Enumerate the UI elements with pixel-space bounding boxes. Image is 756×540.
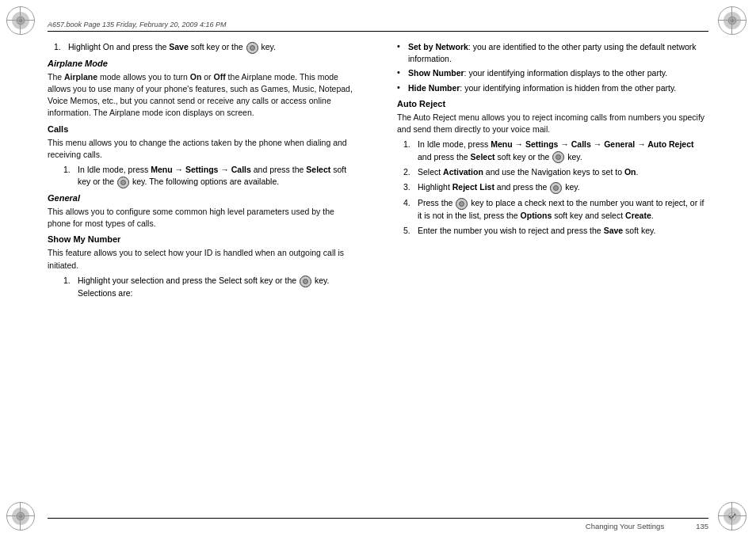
- auto-reject-step1: 1. In Idle mode, press Menu → Settings →…: [397, 139, 708, 163]
- auto-reject-step2: 2. Select Activation and use the Navigat…: [397, 166, 708, 178]
- auto-reject-title: Auto Reject: [397, 99, 708, 108]
- show-key-icon: [300, 276, 311, 287]
- ar-step4-text: Press the key to place a check next to t…: [418, 197, 708, 222]
- calls-step1-num: 1.: [63, 164, 74, 188]
- footer-text: Changing Your Settings 135: [586, 522, 708, 530]
- calls-key-icon: [117, 177, 129, 188]
- corner-decoration-tl: [6, 6, 38, 38]
- general-title: General: [48, 193, 359, 203]
- airplane-mode-title: Airplane Mode: [48, 59, 359, 68]
- ar-step2-num: 2.: [403, 166, 414, 178]
- calls-step1-text: In Idle mode, press Menu → Settings → Ca…: [78, 164, 359, 188]
- content-area: 1. Highlight On and press the Save soft …: [48, 41, 708, 508]
- step1-num: 1.: [54, 41, 65, 54]
- ar-step1-num: 1.: [403, 139, 414, 163]
- ar-step5-text: Enter the number you wish to reject and …: [418, 225, 708, 237]
- bullet-text-1: Set by Network: you are identified to th…: [408, 41, 708, 65]
- bullet-hide-number: • Hide Number: your identifying informat…: [397, 82, 708, 94]
- corner-decoration-bl: [6, 502, 38, 534]
- ar-step1-text: In Idle mode, press Menu → Settings → Ca…: [418, 139, 708, 163]
- ar-step4-num: 4.: [403, 197, 414, 222]
- calls-step1: 1. In Idle mode, press Menu → Settings →…: [48, 164, 359, 188]
- ar-step3-num: 3.: [403, 181, 414, 194]
- save-key-icon: [246, 42, 258, 54]
- bullet-text-3: Hide Number: your identifying informatio…: [408, 82, 708, 94]
- general-body: This allows you to configure some common…: [48, 206, 359, 230]
- step1-text: Highlight On and press the Save soft key…: [68, 41, 359, 54]
- left-step1: 1. Highlight On and press the Save soft …: [48, 41, 359, 54]
- bullet-icon-2: •: [397, 67, 405, 79]
- corner-circle-br: [718, 502, 746, 530]
- bullet-icon-3: •: [397, 82, 405, 94]
- corner-circle-bl: [6, 502, 35, 530]
- bullet-text-2: Show Number: your identifying informatio…: [408, 67, 708, 79]
- corner-circle: [6, 6, 35, 35]
- right-column: • Set by Network: you are identified to …: [388, 41, 708, 508]
- show-my-number-body: This feature allows you to select how yo…: [48, 247, 359, 271]
- show-my-number-title: Show My Number: [48, 234, 359, 244]
- show-step1-num: 1.: [63, 275, 74, 299]
- left-column: 1. Highlight On and press the Save soft …: [48, 41, 368, 508]
- auto-reject-body: The Auto Reject menu allows you to rejec…: [397, 112, 708, 135]
- calls-body: This menu allows you to change the actio…: [48, 137, 359, 161]
- auto-reject-step4: 4. Press the key to place a check next t…: [397, 197, 708, 222]
- show-step1: 1. Highlight your selection and press th…: [48, 275, 359, 299]
- footer-left: Changing Your Settings: [586, 522, 664, 530]
- auto-reject-step3: 3. Highlight Reject List and press the k…: [397, 181, 708, 194]
- ar-key-icon-3: [550, 182, 562, 194]
- footer: Changing Your Settings 135: [48, 518, 708, 530]
- airplane-mode-body: The Airplane mode allows you to turn On …: [48, 71, 359, 120]
- ar-step2-text: Select Activation and use the Navigation…: [418, 166, 708, 178]
- corner-decoration-br: [718, 502, 750, 534]
- ar-step3-text: Highlight Reject List and press the key.: [418, 181, 708, 194]
- header-bar: A657.book Page 135 Friday, February 20, …: [48, 17, 708, 32]
- corner-circle-tr: [718, 6, 746, 35]
- calls-title: Calls: [48, 124, 359, 134]
- bullet-set-by-network: • Set by Network: you are identified to …: [397, 41, 708, 65]
- footer-right: 135: [696, 522, 708, 530]
- corner-decoration-tr: [718, 6, 750, 38]
- header-text: A657.book Page 135 Friday, February 20, …: [48, 21, 226, 29]
- ar-step5-num: 5.: [403, 225, 414, 237]
- ar-key-icon-4: [456, 198, 468, 210]
- bullet-show-number: • Show Number: your identifying informat…: [397, 67, 708, 79]
- show-step1-text: Highlight your selection and press the S…: [78, 275, 359, 299]
- bullet-icon-1: •: [397, 41, 405, 65]
- ar-key-icon-1: [552, 151, 564, 163]
- auto-reject-step5: 5. Enter the number you wish to reject a…: [397, 225, 708, 237]
